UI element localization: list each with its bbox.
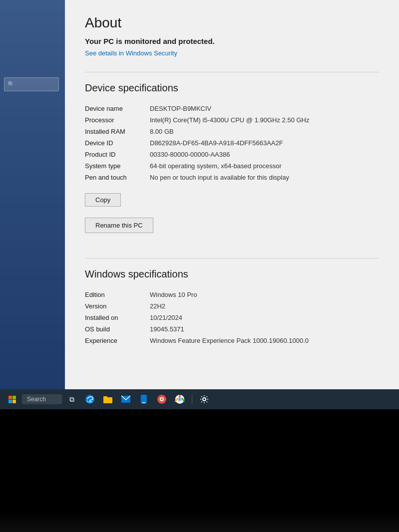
windows-spec-label: Experience	[85, 335, 150, 346]
chrome-button[interactable]	[172, 391, 188, 407]
svg-point-12	[179, 398, 181, 400]
edge-button[interactable]	[82, 391, 98, 407]
task-view-icon: ⧉	[69, 395, 74, 404]
svg-rect-5	[142, 402, 145, 403]
rename-pc-button[interactable]: Rename this PC	[85, 218, 153, 233]
file-explorer-icon	[103, 395, 113, 404]
win-logo-red	[8, 396, 12, 399]
device-spec-row: Device ID D862928A-DF65-4BA9-A918-4DFF56…	[85, 137, 379, 149]
left-sidebar: 🔍	[0, 0, 65, 389]
win-logo-yellow	[12, 400, 16, 403]
below-screen	[0, 409, 399, 532]
copy-button[interactable]: Copy	[85, 193, 121, 207]
win-logo-blue	[8, 400, 12, 403]
main-content: About Your PC is monitored and protected…	[65, 0, 399, 389]
device-spec-value: No pen or touch input is available for t…	[150, 172, 379, 183]
taskbar: Search ⧉	[0, 389, 399, 409]
settings-button[interactable]	[196, 391, 212, 407]
page-title: About	[85, 15, 379, 31]
settings-icon	[200, 395, 209, 404]
device-spec-value: 8.00 GB	[150, 126, 379, 137]
device-specs-table: Device name DESKTOP-B9MKCIV Processor In…	[85, 103, 379, 183]
windows-spec-value: Windows 10 Pro	[150, 289, 379, 300]
windows-spec-row: OS build 19045.5371	[85, 323, 379, 335]
svg-rect-2	[103, 396, 107, 398]
screen-wrapper: 🔍 About Your PC is monitored and protect…	[0, 0, 399, 409]
windows-spec-row: Edition Windows 10 Pro	[85, 289, 379, 300]
device-spec-value: D862928A-DF65-4BA9-A918-4DFF5663AA2F	[150, 137, 379, 149]
file-explorer-button[interactable]	[100, 391, 116, 407]
windows-spec-value: 19045.5371	[150, 323, 379, 335]
chrome-icon	[175, 394, 185, 404]
start-button[interactable]	[4, 391, 20, 407]
phone-icon	[140, 394, 148, 404]
device-spec-label: Installed RAM	[85, 126, 150, 137]
device-spec-row: Processor Intel(R) Core(TM) i5-4300U CPU…	[85, 114, 379, 126]
device-spec-value: Intel(R) Core(TM) i5-4300U CPU @ 1.90GHz…	[150, 114, 379, 126]
bottom-reflection	[0, 512, 399, 532]
search-bar[interactable]: 🔍	[4, 77, 59, 91]
windows-spec-row: Experience Windows Feature Experience Pa…	[85, 335, 379, 346]
phone-button[interactable]	[136, 391, 152, 407]
device-spec-label: Pen and touch	[85, 172, 150, 183]
taskbar-search[interactable]: Search	[22, 394, 62, 404]
media-icon	[157, 394, 167, 404]
device-spec-row: Product ID 00330-80000-00000-AA386	[85, 149, 379, 160]
windows-spec-label: OS build	[85, 323, 150, 335]
device-spec-label: Device name	[85, 103, 150, 114]
windows-spec-label: Version	[85, 300, 150, 312]
device-spec-label: Product ID	[85, 149, 150, 160]
device-spec-row: Device name DESKTOP-B9MKCIV	[85, 103, 379, 114]
windows-spec-value: 10/21/2024	[150, 312, 379, 323]
windows-spec-row: Version 22H2	[85, 300, 379, 312]
windows-spec-value: Windows Feature Experience Pack 1000.190…	[150, 335, 379, 346]
media-button[interactable]	[154, 391, 170, 407]
svg-point-8	[161, 398, 163, 400]
windows-logo	[4, 391, 20, 407]
task-view-button[interactable]: ⧉	[64, 391, 80, 407]
device-spec-label: Processor	[85, 114, 150, 126]
windows-specs-divider	[85, 258, 379, 259]
search-icon: 🔍	[7, 81, 15, 88]
device-spec-value: 64-bit operating system, x64-based proce…	[150, 160, 379, 172]
device-spec-value: 00330-80000-00000-AA386	[150, 149, 379, 160]
device-spec-row: Installed RAM 8.00 GB	[85, 126, 379, 137]
taskbar-divider	[192, 394, 192, 404]
device-spec-row: Pen and touch No pen or touch input is a…	[85, 172, 379, 183]
device-specs-divider	[85, 72, 379, 72]
windows-spec-row: Installed on 10/21/2024	[85, 312, 379, 323]
mail-button[interactable]	[118, 391, 134, 407]
security-link[interactable]: See details in Windows Security	[85, 49, 379, 57]
windows-spec-label: Installed on	[85, 312, 150, 323]
device-spec-value: DESKTOP-B9MKCIV	[150, 103, 379, 114]
mail-icon	[121, 395, 131, 403]
device-specs-title: Device specifications	[85, 82, 379, 94]
windows-specs-table: Edition Windows 10 Pro Version 22H2 Inst…	[85, 289, 379, 346]
edge-icon	[85, 394, 95, 404]
windows-specs-title: Windows specifications	[85, 268, 379, 280]
pc-status: Your PC is monitored and protected.	[85, 37, 379, 45]
svg-point-13	[203, 398, 206, 401]
taskbar-search-label: Search	[27, 396, 46, 403]
device-spec-row: System type 64-bit operating system, x64…	[85, 160, 379, 172]
device-spec-label: Device ID	[85, 137, 150, 149]
win-logo-green	[12, 396, 16, 399]
device-spec-label: System type	[85, 160, 150, 172]
windows-spec-value: 22H2	[150, 300, 379, 312]
windows-spec-label: Edition	[85, 289, 150, 300]
